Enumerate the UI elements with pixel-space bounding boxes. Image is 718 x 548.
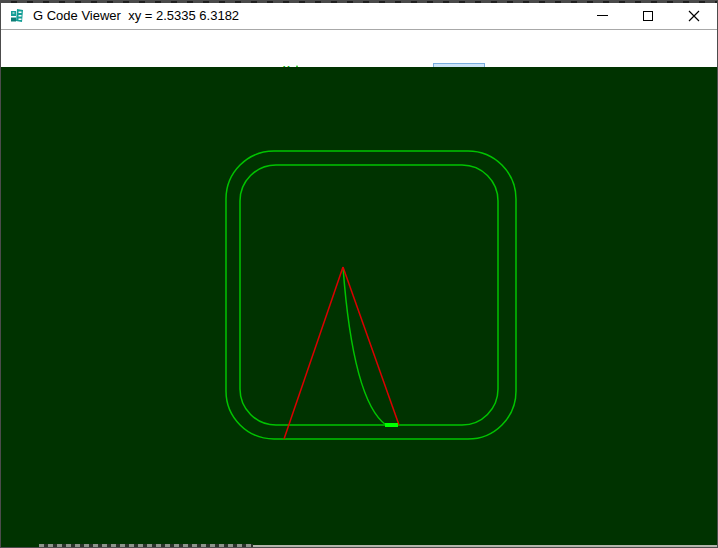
minimize-icon	[597, 15, 608, 16]
minimize-button[interactable]	[579, 1, 625, 30]
gcode-canvas[interactable]	[1, 67, 718, 544]
gcode-viewer-window: G Code Viewer xy = 2.5335 6.3182 XY	[0, 0, 718, 548]
bottom-edge-gray	[253, 545, 717, 547]
close-icon	[688, 10, 700, 22]
toolbar: XY YZ XZ XY CLEAR	[1, 31, 717, 67]
bottom-edge-dashes	[39, 544, 253, 547]
window-title: G Code Viewer xy = 2.5335 6.3182	[33, 1, 239, 30]
window-bottom-edge	[1, 542, 717, 547]
canvas-background	[1, 67, 718, 544]
title-bar[interactable]: G Code Viewer xy = 2.5335 6.3182	[1, 1, 717, 30]
window-controls	[579, 1, 717, 30]
maximize-icon	[643, 11, 653, 21]
maximize-button[interactable]	[625, 1, 671, 30]
window-top-edge	[1, 1, 717, 3]
close-button[interactable]	[671, 1, 717, 30]
app-logo-icon	[9, 8, 25, 24]
